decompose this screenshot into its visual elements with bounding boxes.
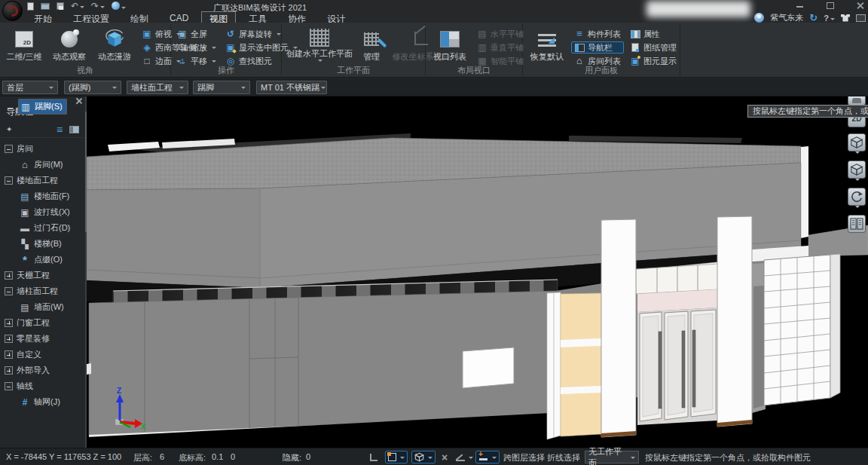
walkthrough-button[interactable]: 动态漫游 bbox=[93, 25, 136, 66]
help-button[interactable]: ? bbox=[824, 14, 835, 23]
cross-layer-select-toggle[interactable]: 跨图层选择 bbox=[503, 452, 545, 463]
x-icon: × bbox=[442, 452, 448, 463]
component-list-button[interactable]: 构件列表 bbox=[571, 28, 624, 40]
expand-icon[interactable] bbox=[5, 335, 13, 343]
panel-close-icon[interactable] bbox=[75, 97, 82, 104]
tree-item-room[interactable]: 房间(M) bbox=[18, 157, 85, 173]
close-icon[interactable] bbox=[856, 2, 865, 9]
expand-icon[interactable] bbox=[5, 366, 13, 375]
tree-group-ceiling-works[interactable]: 天棚工程 bbox=[0, 268, 85, 283]
sync-icon[interactable]: ↻ bbox=[809, 14, 818, 23]
list-mode-icon[interactable] bbox=[54, 124, 65, 135]
horizontal-tile-button: 水平平铺 bbox=[474, 28, 527, 40]
floor-select[interactable]: 首层 bbox=[2, 81, 58, 94]
tree-group-floor-works[interactable]: 楼地面工程 bbox=[0, 173, 85, 188]
new-file-icon[interactable] bbox=[27, 2, 34, 11]
panel-mode-icon[interactable] bbox=[69, 126, 79, 133]
expand-icon[interactable] bbox=[5, 350, 13, 359]
project-type-select[interactable]: 墙柱面工程 bbox=[127, 81, 188, 94]
curtain-grid-panel[interactable] bbox=[764, 254, 840, 405]
collapse-icon[interactable] bbox=[5, 287, 13, 295]
tree-group-wall-works[interactable]: 墙柱面工程 bbox=[0, 283, 85, 299]
restore-icon[interactable] bbox=[826, 2, 835, 9]
rotate-view-button[interactable] bbox=[848, 188, 866, 206]
collapse-icon[interactable] bbox=[5, 145, 13, 153]
white-pillar-left[interactable] bbox=[601, 219, 636, 437]
tree-group-door-window[interactable]: 门窗工程 bbox=[0, 315, 85, 331]
tree-item-border-line[interactable]: 波打线(X) bbox=[18, 204, 85, 220]
redacted-blur bbox=[646, 1, 750, 17]
tree-group-room[interactable]: 房间 bbox=[0, 141, 85, 157]
ortho-corner-button[interactable] bbox=[368, 451, 380, 463]
door-handle[interactable] bbox=[692, 330, 695, 407]
border-line-icon bbox=[20, 207, 30, 218]
tree-group-external-import[interactable]: 外部导入 bbox=[0, 363, 85, 378]
undo-button[interactable]: ↶ bbox=[71, 2, 84, 11]
collapse-icon[interactable] bbox=[5, 382, 13, 390]
angle-snap-button[interactable] bbox=[454, 451, 475, 463]
collaborate-button[interactable] bbox=[112, 2, 126, 11]
theme-icon[interactable] bbox=[841, 14, 850, 22]
manage-workplane-button[interactable]: 管理 bbox=[357, 25, 386, 66]
vertical-tile-icon bbox=[477, 42, 487, 53]
expand-icon[interactable] bbox=[5, 271, 13, 280]
navigator-toggle-button[interactable]: 导航栏 bbox=[571, 41, 624, 54]
monitor-icon[interactable] bbox=[856, 14, 866, 22]
tree-group-custom[interactable]: 自定义 bbox=[0, 347, 85, 363]
app-logo-icon[interactable] bbox=[2, 1, 23, 21]
minimize-icon[interactable] bbox=[796, 2, 805, 9]
pin-icon[interactable] bbox=[6, 125, 14, 133]
polyline-select-toggle[interactable]: 折线选择 bbox=[547, 452, 580, 463]
workplane-select[interactable]: 无工作平面 bbox=[585, 451, 639, 463]
wall-opening[interactable] bbox=[463, 347, 514, 388]
properties-button[interactable]: 属性 bbox=[627, 28, 680, 40]
floor-height-value: 6 bbox=[160, 452, 164, 461]
3d-viewport[interactable]: Z X 按鼠标左键指定第一个角点，或拾取构 2D bbox=[87, 96, 868, 448]
building-model[interactable]: Z X bbox=[87, 96, 868, 448]
viewport-panel-button[interactable] bbox=[848, 215, 866, 233]
skirting-icon bbox=[20, 102, 31, 112]
workplane-grid-icon bbox=[307, 28, 332, 47]
tree-group-misc-decoration[interactable]: 零星装修 bbox=[0, 331, 85, 347]
top-view-icon bbox=[142, 29, 152, 39]
door-handle[interactable] bbox=[659, 332, 662, 408]
2d-3d-button[interactable]: 2D 二维/三维 bbox=[3, 25, 45, 66]
tree-item-skirting[interactable]: 踢脚(S) bbox=[18, 99, 67, 115]
save-icon[interactable] bbox=[57, 2, 64, 10]
cursor-coordinates: X = -78445 Y = 117653 Z = 100 bbox=[6, 452, 121, 461]
fullscreen-button[interactable]: 全屏 bbox=[174, 28, 219, 40]
material-select[interactable]: MT 01 不锈钢踢 bbox=[256, 81, 327, 94]
tree-item-ornament[interactable]: 点缀(O) bbox=[18, 252, 85, 268]
create-workplane-button[interactable]: 创建水平工作平面 bbox=[285, 25, 354, 66]
glass-doors[interactable] bbox=[640, 310, 716, 421]
viewport-list-button[interactable]: 视口列表 bbox=[429, 25, 471, 66]
orbit-button[interactable]: 动态观察 bbox=[48, 25, 90, 66]
expand-icon[interactable] bbox=[5, 319, 13, 327]
redo-button[interactable]: ↷ bbox=[91, 2, 105, 11]
tree-item-door-stone[interactable]: 过门石(D) bbox=[18, 220, 85, 236]
display-style-button[interactable] bbox=[848, 161, 866, 179]
tree-item-axis-grid[interactable]: 轴网(J) bbox=[18, 394, 85, 410]
restore-default-button[interactable]: 恢复默认 bbox=[526, 25, 568, 66]
tree-group-axis[interactable]: 轴线 bbox=[0, 378, 85, 394]
collapse-icon[interactable] bbox=[5, 176, 13, 185]
tree-item-stairs[interactable]: 楼梯(B) bbox=[18, 236, 85, 252]
tree-item-wall-surface[interactable]: 墙面(W) bbox=[18, 299, 85, 315]
zoom-button[interactable]: 缩放 bbox=[174, 41, 219, 54]
deselect-button[interactable]: × bbox=[439, 451, 450, 463]
selection-frame-button[interactable] bbox=[385, 451, 408, 463]
avatar[interactable] bbox=[754, 13, 764, 23]
view-cube-mode-button[interactable] bbox=[411, 451, 436, 463]
tree-item-floor[interactable]: 楼地面(F) bbox=[18, 188, 85, 204]
white-pillar-right[interactable] bbox=[717, 216, 752, 427]
category-select[interactable]: 踢脚 bbox=[193, 81, 250, 94]
axis-grid-icon bbox=[20, 397, 30, 408]
view-cube-button[interactable] bbox=[848, 133, 866, 151]
component-select[interactable]: (踢脚) bbox=[64, 81, 121, 94]
beige-panel[interactable] bbox=[561, 293, 601, 436]
properties-icon bbox=[630, 29, 640, 39]
open-file-icon[interactable] bbox=[41, 3, 50, 10]
door-handle[interactable] bbox=[682, 331, 685, 408]
drawing-management-button[interactable]: 图纸管理 bbox=[627, 41, 680, 54]
skirting-mode-button[interactable] bbox=[475, 451, 500, 463]
